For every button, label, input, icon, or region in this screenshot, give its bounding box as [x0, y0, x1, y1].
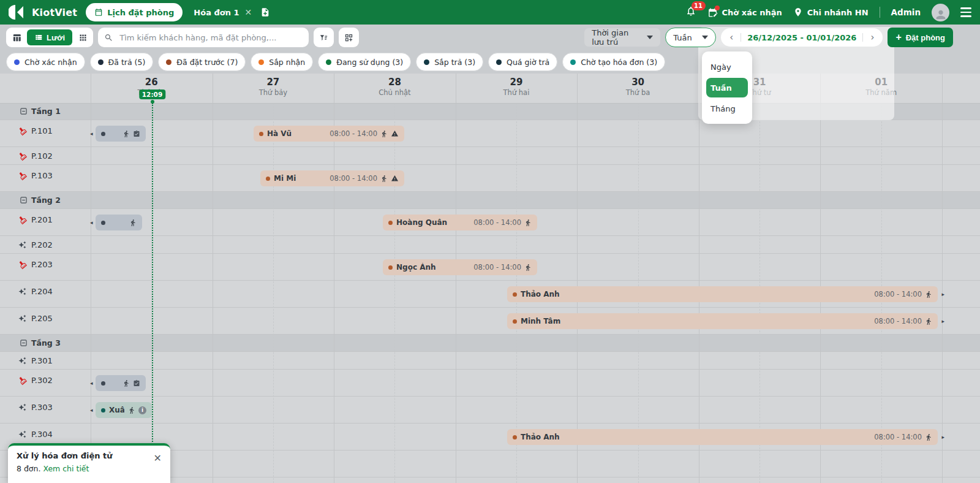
- booking-bar[interactable]: Hà Vũ08:00 - 14:00: [254, 126, 404, 142]
- booking-bar[interactable]: Mi Mi08:00 - 14:00: [260, 170, 404, 186]
- walking-person-icon: [128, 406, 135, 414]
- divider: [741, 33, 741, 42]
- booking-bar[interactable]: Minh Tâm08:00 - 14:00▸: [507, 313, 938, 329]
- layout-icon: [344, 33, 353, 42]
- new-invoice-icon[interactable]: [260, 7, 270, 17]
- view-option-Tuần[interactable]: Tuần: [706, 78, 748, 97]
- guest-name: Mi Mi: [274, 174, 296, 183]
- booking-bar[interactable]: ◂: [96, 126, 146, 142]
- search-input[interactable]: [98, 28, 309, 47]
- chip-label: Sắp trả (3): [434, 58, 475, 67]
- branch-button[interactable]: Chi nhánh HN: [793, 7, 869, 17]
- status-chip-6[interactable]: Quá giờ trả: [488, 53, 557, 71]
- guest-name: Minh Tâm: [521, 317, 560, 325]
- truncated-right-icon: ▸: [941, 318, 944, 324]
- booking-bars-layer: ◂Hà Vũ08:00 - 14:00Mi Mi08:00 - 14:00◂Ho…: [0, 103, 980, 483]
- date-range-value[interactable]: 26/12/2025 - 01/01/2026: [747, 33, 856, 42]
- booking-status-dot: [388, 265, 393, 270]
- day-header-28: 28Chủ nhật: [334, 77, 456, 97]
- close-tab-icon[interactable]: ✕: [245, 7, 252, 17]
- user-name[interactable]: Admin: [891, 7, 921, 17]
- walking-person-icon: [380, 175, 388, 183]
- toast-link[interactable]: Xem chi tiết: [43, 464, 89, 473]
- chip-label: Quá giờ trả: [507, 58, 549, 67]
- truncated-right-icon: ▸: [941, 434, 944, 440]
- status-chip-7[interactable]: Chờ tạo hóa đơn (3): [562, 53, 665, 71]
- day-number: 28: [334, 77, 456, 88]
- status-dot: [326, 59, 331, 65]
- guest-name: Thảo Anh: [521, 290, 560, 299]
- status-chip-0[interactable]: Chờ xác nhận: [6, 53, 85, 71]
- truncated-right-icon: ▸: [941, 291, 944, 297]
- branch-label: Chi nhánh HN: [807, 8, 869, 17]
- prev-week-icon[interactable]: ‹: [728, 32, 734, 43]
- toast-title: Xử lý hóa đơn điện tử: [17, 451, 162, 460]
- booking-bar[interactable]: ◂: [96, 375, 146, 391]
- booking-status-dot: [101, 132, 105, 136]
- guest-name: Hà Vũ: [267, 129, 292, 138]
- status-dot: [258, 59, 264, 65]
- warning-icon: [391, 175, 399, 182]
- layout-button[interactable]: [339, 28, 359, 47]
- status-chip-1[interactable]: Đã trả (5): [90, 53, 154, 71]
- walking-person-icon: [129, 219, 137, 227]
- booking-time: 08:00 - 14:00: [874, 290, 922, 299]
- booking-status-dot: [101, 381, 105, 386]
- view-option-Tháng[interactable]: Tháng: [702, 97, 752, 120]
- menu-icon[interactable]: [960, 7, 971, 17]
- next-week-icon[interactable]: ›: [869, 32, 875, 43]
- booking-time: 08:00 - 14:00: [874, 433, 922, 441]
- toast-close-icon[interactable]: ✕: [154, 454, 162, 463]
- walking-person-icon: [123, 379, 130, 387]
- guest-name: Ngọc Ánh: [396, 263, 436, 272]
- view-mode-switcher: Lưới: [6, 28, 93, 47]
- book-room-button[interactable]: + Đặt phòng: [888, 28, 953, 47]
- caret-down-icon: [647, 36, 653, 39]
- table-view-button[interactable]: [8, 29, 25, 45]
- brand-logo[interactable]: KiotViet: [9, 5, 77, 20]
- booking-status-dot: [513, 435, 517, 439]
- tab-label: Hóa đơn 1: [194, 8, 239, 17]
- guest-name: Hoàng Quân: [396, 218, 447, 227]
- day-weekday: Thứ bảy: [213, 88, 334, 97]
- filter-button[interactable]: [314, 28, 334, 47]
- status-chip-4[interactable]: Đang sử dụng (3): [318, 53, 411, 71]
- day-header-27: 27Thứ bảy: [213, 77, 334, 97]
- truncated-left-icon: ◂: [90, 219, 93, 226]
- booking-time: 08:00 - 14:00: [330, 129, 377, 138]
- status-chip-2[interactable]: Đã đặt trước (7): [158, 53, 246, 71]
- toast-body: 8 đơn. Xem chi tiết: [17, 464, 162, 473]
- booking-bar[interactable]: Hoàng Quân08:00 - 14:00: [383, 215, 537, 230]
- day-weekday: Thứ hai: [456, 88, 578, 97]
- module-view-button[interactable]: [74, 29, 91, 45]
- day-weekday: Thứ sáu: [91, 88, 213, 97]
- stay-time-dropdown[interactable]: Thời gian lưu trú: [584, 28, 660, 47]
- grid-view-button[interactable]: Lưới: [27, 29, 72, 45]
- module-view-icon: [78, 33, 88, 42]
- avatar[interactable]: [932, 4, 949, 21]
- booking-time: 08:00 - 14:00: [330, 174, 377, 183]
- search-field[interactable]: [118, 32, 303, 43]
- view-option-Ngày[interactable]: Ngày: [702, 56, 752, 78]
- view-range-dropdown[interactable]: Tuần: [665, 28, 716, 47]
- document-check-icon: [133, 379, 140, 387]
- booking-status-dot: [259, 132, 263, 136]
- tab-lich-dat-phong[interactable]: Lịch đặt phòng: [86, 3, 183, 21]
- notification-badge: 11: [692, 1, 706, 10]
- pending-confirm-button[interactable]: Chờ xác nhận: [707, 7, 782, 18]
- booking-bar[interactable]: ◂: [96, 215, 142, 230]
- warning-icon: [391, 130, 399, 137]
- walking-person-icon: [925, 291, 932, 299]
- booking-bar-meta: [123, 379, 140, 387]
- tab-hoa-don[interactable]: Hóa đơn 1 ✕: [194, 7, 252, 17]
- status-chip-3[interactable]: Sắp nhận: [251, 53, 313, 71]
- status-dot: [166, 59, 172, 65]
- status-chip-5[interactable]: Sắp trả (3): [416, 53, 483, 71]
- booking-bar[interactable]: Thảo Anh08:00 - 14:00▸: [507, 429, 938, 445]
- booking-status-dot: [513, 319, 517, 324]
- booking-bar[interactable]: Ngọc Ánh08:00 - 14:00: [383, 259, 537, 275]
- notifications-button[interactable]: 11: [685, 6, 696, 19]
- booking-bar[interactable]: ◂Xuân ...i: [96, 402, 152, 418]
- booking-time: 08:00 - 14:00: [473, 263, 521, 272]
- booking-bar[interactable]: Thảo Anh08:00 - 14:00▸: [507, 286, 938, 302]
